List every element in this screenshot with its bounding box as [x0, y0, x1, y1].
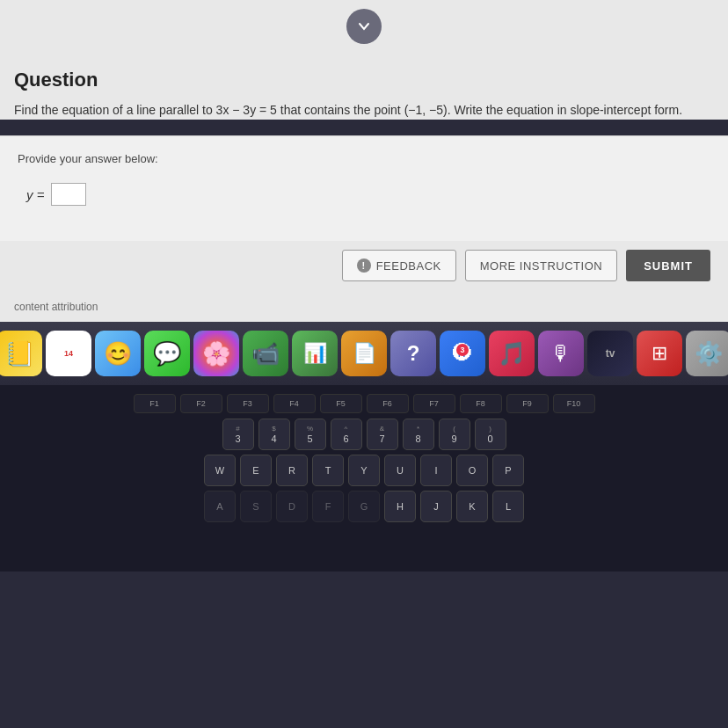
submit-label: SUBMIT: [644, 259, 693, 273]
appstore-badge: 3: [456, 344, 469, 356]
key-s[interactable]: S: [240, 491, 272, 522]
qwerty-key-row: W E R T Y U I O P: [18, 455, 710, 486]
collapse-button[interactable]: [346, 9, 382, 44]
equation-prefix: y =: [26, 187, 44, 202]
key-w[interactable]: W: [204, 455, 236, 486]
dock-facetime[interactable]: 📹: [243, 331, 288, 376]
dock-numbers[interactable]: 📊: [292, 331, 338, 376]
key-9[interactable]: (9: [439, 419, 470, 450]
key-l[interactable]: L: [492, 491, 524, 522]
keyboard-area: F1 F2 F3 F4 F5 F6 F7 F8 F9 F10 #3 $4 %5 …: [0, 385, 728, 571]
key-5[interactable]: %5: [295, 419, 326, 450]
key-j[interactable]: J: [420, 491, 452, 522]
key-f8[interactable]: F8: [460, 394, 502, 413]
dock: 🌐 📒 14 😊 💬 🌸 📹 📊 📄 ? 🅐3 🎵 🎙 tv ⊞ ⚙️ 📌: [0, 322, 728, 385]
dock-finder[interactable]: 😊: [95, 331, 141, 376]
key-f2[interactable]: F2: [180, 394, 222, 413]
dock-appletv[interactable]: tv: [587, 331, 633, 376]
key-g[interactable]: G: [348, 491, 380, 522]
dock-music[interactable]: 🎵: [489, 331, 535, 376]
key-f7[interactable]: F7: [413, 394, 455, 413]
key-3[interactable]: #3: [222, 419, 254, 450]
key-p[interactable]: P: [492, 455, 524, 486]
asdf-key-row: A S D F G H J K L: [18, 491, 710, 522]
key-t[interactable]: T: [312, 455, 344, 486]
key-0[interactable]: )0: [475, 419, 506, 450]
attribution: content attribution: [0, 295, 728, 322]
feedback-button[interactable]: ! FEEDBACK: [342, 250, 456, 281]
key-f[interactable]: F: [312, 491, 344, 522]
dock-calendar[interactable]: 14: [46, 331, 91, 376]
key-k[interactable]: K: [456, 491, 488, 522]
number-key-row: #3 $4 %5 ^6 &7 *8 (9 )0: [18, 419, 710, 450]
answer-input[interactable]: [51, 183, 86, 206]
collapse-button-wrap: [0, 0, 728, 51]
dock-notes[interactable]: 📒: [0, 331, 42, 376]
key-d[interactable]: D: [276, 491, 308, 522]
key-f5[interactable]: F5: [320, 394, 362, 413]
key-h[interactable]: H: [384, 491, 416, 522]
question-title: Question: [14, 69, 702, 91]
provide-label: Provide your answer below:: [18, 152, 710, 165]
key-8[interactable]: *8: [403, 419, 434, 450]
dock-help[interactable]: ?: [390, 331, 436, 376]
key-7[interactable]: &7: [367, 419, 398, 450]
key-r[interactable]: R: [276, 455, 308, 486]
dock-screenrecorder[interactable]: ⊞: [637, 331, 682, 376]
key-i[interactable]: I: [420, 455, 452, 486]
question-section: Question Find the equation of a line par…: [0, 51, 728, 120]
key-o[interactable]: O: [456, 455, 488, 486]
key-e[interactable]: E: [240, 455, 272, 486]
key-6[interactable]: ^6: [331, 419, 362, 450]
dock-appstore[interactable]: 🅐3: [440, 331, 485, 376]
dock-podcasts[interactable]: 🎙: [538, 331, 584, 376]
key-4[interactable]: $4: [258, 419, 290, 450]
fn-key-row: F1 F2 F3 F4 F5 F6 F7 F8 F9 F10: [18, 394, 710, 413]
key-f1[interactable]: F1: [134, 394, 176, 413]
key-y[interactable]: Y: [348, 455, 380, 486]
question-text: Find the equation of a line parallel to …: [14, 100, 702, 120]
more-instruction-button[interactable]: MORE INSTRUCTION: [465, 250, 617, 281]
key-f9[interactable]: F9: [506, 394, 549, 413]
answer-area: Provide your answer below: y =: [0, 135, 728, 241]
feedback-icon: !: [357, 258, 371, 273]
key-a[interactable]: A: [204, 491, 236, 522]
dock-messages[interactable]: 💬: [144, 331, 190, 376]
dock-photos[interactable]: 🌸: [193, 331, 239, 376]
dock-settings[interactable]: ⚙️: [686, 331, 728, 376]
action-buttons: ! FEEDBACK MORE INSTRUCTION SUBMIT: [0, 241, 728, 295]
more-instruction-label: MORE INSTRUCTION: [480, 259, 602, 273]
key-f3[interactable]: F3: [227, 394, 269, 413]
submit-button[interactable]: SUBMIT: [626, 250, 710, 281]
key-f4[interactable]: F4: [273, 394, 316, 413]
key-f10[interactable]: F10: [553, 394, 595, 413]
feedback-label: FEEDBACK: [376, 259, 441, 273]
dock-keynote[interactable]: 📄: [341, 331, 387, 376]
key-f6[interactable]: F6: [367, 394, 409, 413]
key-u[interactable]: U: [384, 455, 416, 486]
equation-row: y =: [26, 183, 710, 206]
